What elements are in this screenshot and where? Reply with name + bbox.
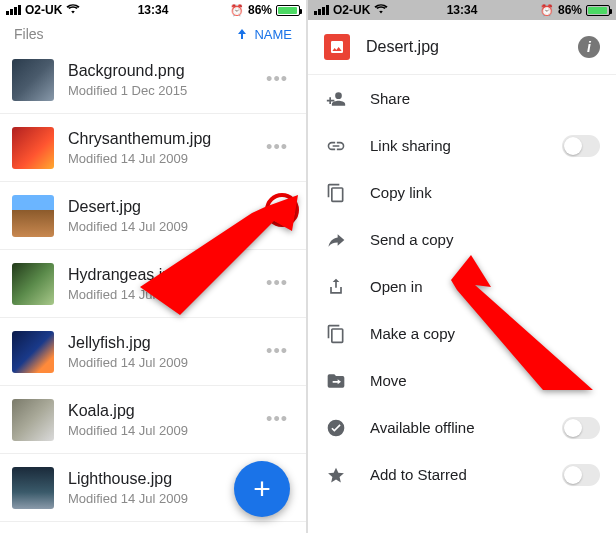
file-thumbnail (12, 331, 54, 373)
action-label: Share (370, 90, 600, 107)
plus-icon: + (253, 472, 271, 506)
action-label: Send a copy (370, 231, 600, 248)
clock: 13:34 (447, 3, 478, 17)
file-meta: Modified 1 Dec 2015 (68, 83, 260, 98)
sheet-header: Desert.jpg i (308, 20, 616, 75)
file-meta: Modified 14 Jul 2009 (68, 355, 260, 370)
duplicate-icon (324, 322, 348, 346)
files-header: Files NAME (0, 20, 306, 46)
star-icon (324, 463, 348, 487)
file-row[interactable]: Chrysanthemum.jpg Modified 14 Jul 2009 •… (0, 114, 306, 182)
open-in-action[interactable]: Open in (308, 263, 616, 310)
more-icon[interactable]: ••• (260, 267, 294, 300)
file-thumbnail (12, 263, 54, 305)
carrier-label: O2-UK (333, 3, 370, 17)
link-icon (324, 134, 348, 158)
action-label: Make a copy (370, 325, 600, 342)
file-name: Koala.jpg (68, 402, 260, 420)
battery-icon (276, 5, 300, 16)
wifi-icon (374, 3, 388, 17)
add-starred-action[interactable]: Add to Starred (308, 451, 616, 498)
status-bar: O2-UK 13:34 ⏰ 86% (308, 0, 616, 20)
sort-label: NAME (254, 27, 292, 42)
action-label: Move (370, 372, 600, 389)
arrow-up-icon (236, 28, 248, 40)
file-meta: Modified 14 Jul 2009 (68, 151, 260, 166)
file-thumbnail (12, 399, 54, 441)
offline-icon (324, 416, 348, 440)
link-sharing-action[interactable]: Link sharing (308, 122, 616, 169)
info-button[interactable]: i (578, 36, 600, 58)
make-copy-action[interactable]: Make a copy (308, 310, 616, 357)
file-thumbnail (12, 467, 54, 509)
file-action-sheet: O2-UK 13:34 ⏰ 86% Desert.jpg i Share Lin… (308, 0, 616, 533)
battery-pct: 86% (558, 3, 582, 17)
signal-icon (6, 5, 21, 15)
file-row[interactable]: Desert.jpg Modified 14 Jul 2009 ••• (0, 182, 306, 250)
sort-button[interactable]: NAME (236, 27, 292, 42)
file-thumbnail (12, 195, 54, 237)
file-row[interactable]: Jellyfish.jpg Modified 14 Jul 2009 ••• (0, 318, 306, 386)
file-list-screen: O2-UK 13:34 ⏰ 86% Files NAME Background.… (0, 0, 308, 533)
open-in-icon (324, 275, 348, 299)
sheet-title: Desert.jpg (366, 38, 562, 56)
file-thumbnail (12, 59, 54, 101)
file-name: Jellyfish.jpg (68, 334, 260, 352)
toggle-switch[interactable] (562, 135, 600, 157)
file-name: Background.png (68, 62, 260, 80)
action-label: Copy link (370, 184, 600, 201)
files-label: Files (14, 26, 44, 42)
copy-link-action[interactable]: Copy link (308, 169, 616, 216)
file-name: Hydrangeas.jpg (68, 266, 260, 284)
action-label: Available offline (370, 419, 540, 436)
more-icon[interactable]: ••• (260, 199, 294, 232)
more-icon[interactable]: ••• (260, 335, 294, 368)
file-name: Lighthouse.jpg (68, 470, 260, 488)
send-copy-action[interactable]: Send a copy (308, 216, 616, 263)
file-meta: Modified 14 Jul 2009 (68, 491, 260, 506)
file-meta: Modified 14 Jul 2009 (68, 423, 260, 438)
toggle-switch[interactable] (562, 464, 600, 486)
wifi-icon (66, 3, 80, 17)
more-icon[interactable]: ••• (260, 403, 294, 436)
alarm-icon: ⏰ (540, 4, 554, 17)
more-icon[interactable]: ••• (260, 131, 294, 164)
share-action[interactable]: Share (308, 75, 616, 122)
file-name: Desert.jpg (68, 198, 260, 216)
toggle-switch[interactable] (562, 417, 600, 439)
send-icon (324, 228, 348, 252)
copy-icon (324, 181, 348, 205)
carrier-label: O2-UK (25, 3, 62, 17)
action-label: Add to Starred (370, 466, 540, 483)
action-label: Link sharing (370, 137, 540, 154)
file-row[interactable]: Koala.jpg Modified 14 Jul 2009 ••• (0, 386, 306, 454)
file-meta: Modified 14 Jul 2009 (68, 219, 260, 234)
file-meta: Modified 14 Jul 2009 (68, 287, 260, 302)
file-list: Background.png Modified 1 Dec 2015 ••• C… (0, 46, 306, 522)
file-row[interactable]: Hydrangeas.jpg Modified 14 Jul 2009 ••• (0, 250, 306, 318)
signal-icon (314, 5, 329, 15)
move-icon (324, 369, 348, 393)
action-list: Share Link sharing Copy link Send a copy… (308, 75, 616, 498)
add-button[interactable]: + (234, 461, 290, 517)
file-name: Chrysanthemum.jpg (68, 130, 260, 148)
move-action[interactable]: Move (308, 357, 616, 404)
file-thumbnail (12, 127, 54, 169)
battery-icon (586, 5, 610, 16)
status-bar: O2-UK 13:34 ⏰ 86% (0, 0, 306, 20)
more-icon[interactable]: ••• (260, 63, 294, 96)
battery-pct: 86% (248, 3, 272, 17)
clock: 13:34 (138, 3, 169, 17)
share-person-icon (324, 87, 348, 111)
available-offline-action[interactable]: Available offline (308, 404, 616, 451)
image-file-icon (324, 34, 350, 60)
alarm-icon: ⏰ (230, 4, 244, 17)
action-label: Open in (370, 278, 600, 295)
file-row[interactable]: Background.png Modified 1 Dec 2015 ••• (0, 46, 306, 114)
